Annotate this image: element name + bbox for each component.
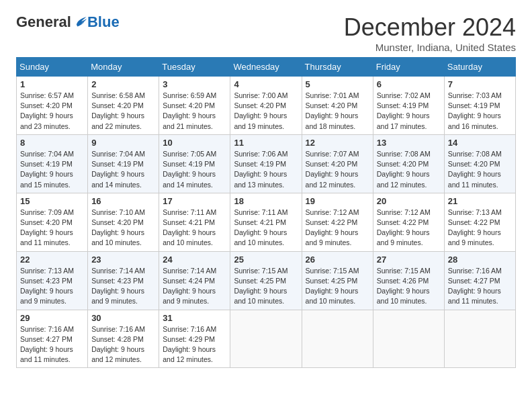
- day-number: 6: [377, 79, 441, 89]
- day-info: Sunrise: 7:12 AMSunset: 4:22 PMDaylight:…: [306, 208, 369, 248]
- calendar-header-row: SundayMondayTuesdayWednesdayThursdayFrid…: [17, 58, 516, 77]
- day-info: Sunrise: 7:07 AMSunset: 4:20 PMDaylight:…: [306, 149, 369, 190]
- calendar-cell: 9Sunrise: 7:04 AMSunset: 4:19 PMDaylight…: [88, 134, 159, 193]
- calendar-cell: 11Sunrise: 7:06 AMSunset: 4:19 PMDayligh…: [230, 134, 302, 193]
- day-number: 1: [20, 79, 84, 89]
- day-number: 12: [306, 138, 369, 148]
- day-info: Sunrise: 7:01 AMSunset: 4:20 PMDaylight:…: [306, 91, 369, 132]
- day-number: 5: [306, 79, 369, 89]
- calendar-cell: 15Sunrise: 7:09 AMSunset: 4:20 PMDayligh…: [17, 193, 88, 251]
- day-number: 8: [20, 138, 84, 148]
- day-header-monday: Monday: [88, 58, 159, 77]
- day-number: 19: [306, 196, 369, 206]
- calendar-cell: 1Sunrise: 6:57 AMSunset: 4:20 PMDaylight…: [17, 77, 88, 135]
- day-info: Sunrise: 7:15 AMSunset: 4:26 PMDaylight:…: [377, 266, 441, 307]
- day-info: Sunrise: 7:12 AMSunset: 4:22 PMDaylight:…: [377, 208, 441, 248]
- calendar-week-row: 1Sunrise: 6:57 AMSunset: 4:20 PMDaylight…: [17, 77, 516, 135]
- calendar-cell: 5Sunrise: 7:01 AMSunset: 4:20 PMDaylight…: [302, 77, 373, 135]
- day-info: Sunrise: 7:16 AMSunset: 4:29 PMDaylight:…: [163, 324, 226, 365]
- day-number: 9: [91, 138, 155, 148]
- day-info: Sunrise: 7:15 AMSunset: 4:25 PMDaylight:…: [234, 266, 298, 307]
- day-number: 10: [163, 138, 226, 148]
- day-header-thursday: Thursday: [302, 58, 373, 77]
- calendar-cell: 28Sunrise: 7:16 AMSunset: 4:27 PMDayligh…: [444, 251, 515, 310]
- calendar-cell: 14Sunrise: 7:08 AMSunset: 4:20 PMDayligh…: [444, 134, 515, 193]
- day-number: 28: [448, 255, 512, 265]
- day-info: Sunrise: 7:06 AMSunset: 4:19 PMDaylight:…: [234, 149, 298, 190]
- calendar-week-row: 8Sunrise: 7:04 AMSunset: 4:19 PMDaylight…: [17, 134, 516, 193]
- calendar-cell: 25Sunrise: 7:15 AMSunset: 4:25 PMDayligh…: [230, 251, 302, 310]
- day-info: Sunrise: 7:08 AMSunset: 4:20 PMDaylight:…: [448, 149, 512, 190]
- day-info: Sunrise: 7:00 AMSunset: 4:20 PMDaylight:…: [234, 91, 298, 132]
- day-number: 11: [234, 138, 298, 148]
- day-info: Sunrise: 7:16 AMSunset: 4:28 PMDaylight:…: [91, 324, 155, 365]
- day-number: 14: [448, 138, 512, 148]
- day-number: 31: [163, 313, 226, 323]
- day-info: Sunrise: 7:09 AMSunset: 4:20 PMDaylight:…: [20, 208, 84, 248]
- day-info: Sunrise: 6:58 AMSunset: 4:20 PMDaylight:…: [91, 91, 155, 132]
- calendar-cell: 27Sunrise: 7:15 AMSunset: 4:26 PMDayligh…: [373, 251, 444, 310]
- day-info: Sunrise: 7:02 AMSunset: 4:19 PMDaylight:…: [377, 91, 441, 132]
- title-block: December 2024 Munster, Indiana, United S…: [344, 13, 516, 53]
- day-number: 30: [91, 313, 155, 323]
- calendar-cell: 21Sunrise: 7:13 AMSunset: 4:22 PMDayligh…: [444, 193, 515, 251]
- page-header: General Blue December 2024 Munster, Indi…: [16, 13, 516, 53]
- day-number: 4: [234, 79, 298, 89]
- day-number: 7: [448, 79, 512, 89]
- calendar-cell: 2Sunrise: 6:58 AMSunset: 4:20 PMDaylight…: [88, 77, 159, 135]
- day-info: Sunrise: 7:14 AMSunset: 4:23 PMDaylight:…: [91, 266, 155, 307]
- day-number: 27: [377, 255, 441, 265]
- day-number: 13: [377, 138, 441, 148]
- calendar-cell: 3Sunrise: 6:59 AMSunset: 4:20 PMDaylight…: [159, 77, 230, 135]
- day-number: 20: [377, 196, 441, 206]
- day-info: Sunrise: 6:57 AMSunset: 4:20 PMDaylight:…: [20, 91, 84, 132]
- day-header-saturday: Saturday: [444, 58, 515, 77]
- day-info: Sunrise: 7:15 AMSunset: 4:25 PMDaylight:…: [306, 266, 369, 307]
- calendar-cell: 24Sunrise: 7:14 AMSunset: 4:24 PMDayligh…: [159, 251, 230, 310]
- calendar-cell: [230, 310, 302, 368]
- page-title: December 2024: [344, 13, 516, 42]
- page-subtitle: Munster, Indiana, United States: [344, 42, 516, 53]
- day-header-friday: Friday: [373, 58, 444, 77]
- logo-general-text: General: [16, 13, 71, 31]
- calendar-week-row: 15Sunrise: 7:09 AMSunset: 4:20 PMDayligh…: [17, 193, 516, 251]
- day-info: Sunrise: 7:04 AMSunset: 4:19 PMDaylight:…: [91, 149, 155, 190]
- logo-blue-text: Blue: [87, 13, 120, 31]
- calendar-cell: 23Sunrise: 7:14 AMSunset: 4:23 PMDayligh…: [88, 251, 159, 310]
- calendar-cell: [444, 310, 515, 368]
- calendar-cell: 13Sunrise: 7:08 AMSunset: 4:20 PMDayligh…: [373, 134, 444, 193]
- calendar-cell: 18Sunrise: 7:11 AMSunset: 4:21 PMDayligh…: [230, 193, 302, 251]
- calendar-cell: 19Sunrise: 7:12 AMSunset: 4:22 PMDayligh…: [302, 193, 373, 251]
- day-number: 25: [234, 255, 298, 265]
- day-number: 2: [91, 79, 155, 89]
- calendar-cell: 6Sunrise: 7:02 AMSunset: 4:19 PMDaylight…: [373, 77, 444, 135]
- day-header-wednesday: Wednesday: [230, 58, 302, 77]
- calendar-cell: 26Sunrise: 7:15 AMSunset: 4:25 PMDayligh…: [302, 251, 373, 310]
- calendar-cell: 4Sunrise: 7:00 AMSunset: 4:20 PMDaylight…: [230, 77, 302, 135]
- calendar-cell: 12Sunrise: 7:07 AMSunset: 4:20 PMDayligh…: [302, 134, 373, 193]
- calendar-table: SundayMondayTuesdayWednesdayThursdayFrid…: [16, 57, 516, 368]
- day-info: Sunrise: 7:13 AMSunset: 4:22 PMDaylight:…: [448, 208, 512, 248]
- day-info: Sunrise: 7:11 AMSunset: 4:21 PMDaylight:…: [163, 208, 226, 248]
- calendar-cell: 16Sunrise: 7:10 AMSunset: 4:20 PMDayligh…: [88, 193, 159, 251]
- day-header-tuesday: Tuesday: [159, 58, 230, 77]
- calendar-week-row: 22Sunrise: 7:13 AMSunset: 4:23 PMDayligh…: [17, 251, 516, 310]
- day-info: Sunrise: 7:16 AMSunset: 4:27 PMDaylight:…: [448, 266, 512, 307]
- calendar-cell: 29Sunrise: 7:16 AMSunset: 4:27 PMDayligh…: [17, 310, 88, 368]
- day-number: 18: [234, 196, 298, 206]
- day-number: 3: [163, 79, 226, 89]
- day-info: Sunrise: 7:13 AMSunset: 4:23 PMDaylight:…: [20, 266, 84, 307]
- day-number: 15: [20, 196, 84, 206]
- day-number: 17: [163, 196, 226, 206]
- calendar-cell: 31Sunrise: 7:16 AMSunset: 4:29 PMDayligh…: [159, 310, 230, 368]
- day-info: Sunrise: 7:03 AMSunset: 4:19 PMDaylight:…: [448, 91, 512, 132]
- calendar-cell: [373, 310, 444, 368]
- day-number: 23: [91, 255, 155, 265]
- day-info: Sunrise: 7:16 AMSunset: 4:27 PMDaylight:…: [20, 324, 84, 365]
- day-number: 26: [306, 255, 369, 265]
- calendar-cell: 20Sunrise: 7:12 AMSunset: 4:22 PMDayligh…: [373, 193, 444, 251]
- calendar-cell: 8Sunrise: 7:04 AMSunset: 4:19 PMDaylight…: [17, 134, 88, 193]
- day-number: 21: [448, 196, 512, 206]
- calendar-cell: 22Sunrise: 7:13 AMSunset: 4:23 PMDayligh…: [17, 251, 88, 310]
- day-number: 24: [163, 255, 226, 265]
